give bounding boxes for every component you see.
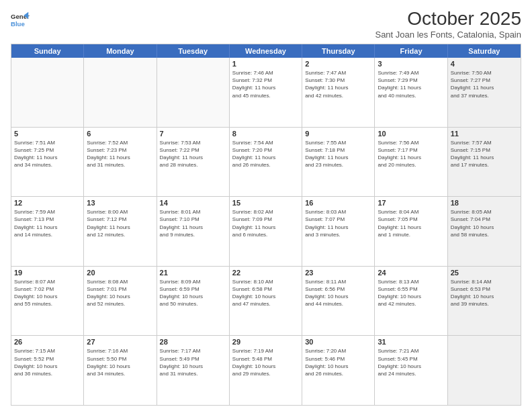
day-number: 31	[378, 338, 444, 346]
day-info: Sunrise: 8:13 AM Sunset: 6:55 PM Dayligh…	[378, 278, 444, 308]
day-info: Sunrise: 7:53 AM Sunset: 7:22 PM Dayligh…	[160, 139, 226, 169]
day-cell: 9Sunrise: 7:55 AM Sunset: 7:18 PM Daylig…	[302, 128, 375, 197]
day-number: 15	[232, 199, 299, 207]
day-info: Sunrise: 8:10 AM Sunset: 6:58 PM Dayligh…	[232, 278, 299, 308]
day-header-thursday: Thursday	[302, 44, 375, 58]
day-cell: 7Sunrise: 7:53 AM Sunset: 7:22 PM Daylig…	[157, 128, 230, 197]
day-info: Sunrise: 8:02 AM Sunset: 7:09 PM Dayligh…	[232, 208, 299, 238]
day-info: Sunrise: 8:04 AM Sunset: 7:05 PM Dayligh…	[378, 208, 444, 238]
day-header-friday: Friday	[375, 44, 447, 58]
day-number: 9	[305, 130, 371, 138]
logo: General Blue	[11, 11, 30, 30]
day-number: 1	[232, 60, 299, 68]
week-row-3: 12Sunrise: 7:59 AM Sunset: 7:13 PM Dayli…	[11, 197, 521, 267]
day-header-monday: Monday	[84, 44, 157, 58]
day-info: Sunrise: 7:54 AM Sunset: 7:20 PM Dayligh…	[232, 139, 299, 169]
day-number: 12	[14, 199, 81, 207]
day-number: 22	[232, 269, 299, 277]
day-info: Sunrise: 7:57 AM Sunset: 7:15 PM Dayligh…	[451, 139, 518, 169]
day-info: Sunrise: 7:59 AM Sunset: 7:13 PM Dayligh…	[14, 208, 81, 238]
logo-icon: General Blue	[11, 11, 30, 30]
day-cell: 4Sunrise: 7:50 AM Sunset: 7:27 PM Daylig…	[448, 58, 521, 127]
day-cell: 23Sunrise: 8:11 AM Sunset: 6:56 PM Dayli…	[302, 267, 375, 336]
title-block: October 2025 Sant Joan les Fonts, Catalo…	[375, 8, 521, 40]
day-cell: 20Sunrise: 8:08 AM Sunset: 7:01 PM Dayli…	[84, 267, 157, 336]
day-info: Sunrise: 7:49 AM Sunset: 7:29 PM Dayligh…	[378, 69, 444, 99]
day-cell: 31Sunrise: 7:21 AM Sunset: 5:45 PM Dayli…	[375, 336, 447, 405]
day-number: 28	[160, 338, 226, 346]
day-info: Sunrise: 7:55 AM Sunset: 7:18 PM Dayligh…	[305, 139, 371, 169]
day-number: 23	[305, 269, 371, 277]
day-number: 27	[87, 338, 153, 346]
day-cell: 30Sunrise: 7:20 AM Sunset: 5:46 PM Dayli…	[302, 336, 375, 405]
day-info: Sunrise: 8:07 AM Sunset: 7:02 PM Dayligh…	[14, 278, 81, 308]
week-row-5: 26Sunrise: 7:15 AM Sunset: 5:52 PM Dayli…	[11, 336, 521, 405]
day-info: Sunrise: 8:01 AM Sunset: 7:10 PM Dayligh…	[160, 208, 226, 238]
day-number: 7	[160, 130, 226, 138]
day-info: Sunrise: 8:03 AM Sunset: 7:07 PM Dayligh…	[305, 208, 371, 238]
day-number: 29	[232, 338, 299, 346]
day-info: Sunrise: 7:50 AM Sunset: 7:27 PM Dayligh…	[451, 69, 518, 99]
day-info: Sunrise: 8:00 AM Sunset: 7:12 PM Dayligh…	[87, 208, 153, 238]
day-number: 10	[378, 130, 444, 138]
day-cell: 14Sunrise: 8:01 AM Sunset: 7:10 PM Dayli…	[157, 197, 230, 266]
day-cell	[157, 58, 230, 127]
day-cell: 26Sunrise: 7:15 AM Sunset: 5:52 PM Dayli…	[11, 336, 84, 405]
week-row-4: 19Sunrise: 8:07 AM Sunset: 7:02 PM Dayli…	[11, 267, 521, 336]
day-number: 14	[160, 199, 226, 207]
day-info: Sunrise: 7:46 AM Sunset: 7:32 PM Dayligh…	[232, 69, 299, 99]
svg-text:Blue: Blue	[11, 20, 25, 28]
day-info: Sunrise: 8:05 AM Sunset: 7:04 PM Dayligh…	[451, 208, 518, 238]
day-number: 8	[232, 130, 299, 138]
day-info: Sunrise: 7:56 AM Sunset: 7:17 PM Dayligh…	[378, 139, 444, 169]
week-row-2: 5Sunrise: 7:51 AM Sunset: 7:25 PM Daylig…	[11, 128, 521, 197]
day-cell: 12Sunrise: 7:59 AM Sunset: 7:13 PM Dayli…	[11, 197, 84, 266]
day-cell: 3Sunrise: 7:49 AM Sunset: 7:29 PM Daylig…	[375, 58, 447, 127]
day-header-tuesday: Tuesday	[157, 44, 230, 58]
day-cell: 2Sunrise: 7:47 AM Sunset: 7:30 PM Daylig…	[302, 58, 375, 127]
day-header-sunday: Sunday	[11, 44, 84, 58]
day-number: 26	[14, 338, 81, 346]
day-header-wednesday: Wednesday	[230, 44, 302, 58]
day-cell: 10Sunrise: 7:56 AM Sunset: 7:17 PM Dayli…	[375, 128, 447, 197]
day-cell: 17Sunrise: 8:04 AM Sunset: 7:05 PM Dayli…	[375, 197, 447, 266]
day-cell	[448, 336, 521, 405]
day-number: 5	[14, 130, 81, 138]
day-cell	[84, 58, 157, 127]
day-info: Sunrise: 7:21 AM Sunset: 5:45 PM Dayligh…	[378, 347, 444, 377]
day-cell: 1Sunrise: 7:46 AM Sunset: 7:32 PM Daylig…	[230, 58, 302, 127]
day-info: Sunrise: 7:51 AM Sunset: 7:25 PM Dayligh…	[14, 139, 81, 169]
day-number: 19	[14, 269, 81, 277]
day-number: 25	[451, 269, 518, 277]
day-info: Sunrise: 8:14 AM Sunset: 6:53 PM Dayligh…	[451, 278, 518, 308]
day-info: Sunrise: 7:20 AM Sunset: 5:46 PM Dayligh…	[305, 347, 371, 377]
day-info: Sunrise: 7:19 AM Sunset: 5:48 PM Dayligh…	[232, 347, 299, 377]
day-info: Sunrise: 7:52 AM Sunset: 7:23 PM Dayligh…	[87, 139, 153, 169]
day-cell: 22Sunrise: 8:10 AM Sunset: 6:58 PM Dayli…	[230, 267, 302, 336]
header: General Blue October 2025 Sant Joan les …	[11, 8, 521, 40]
day-cell	[11, 58, 84, 127]
month-title: October 2025	[375, 8, 521, 30]
day-cell: 21Sunrise: 8:09 AM Sunset: 6:59 PM Dayli…	[157, 267, 230, 336]
day-cell: 15Sunrise: 8:02 AM Sunset: 7:09 PM Dayli…	[230, 197, 302, 266]
day-cell: 24Sunrise: 8:13 AM Sunset: 6:55 PM Dayli…	[375, 267, 447, 336]
day-cell: 8Sunrise: 7:54 AM Sunset: 7:20 PM Daylig…	[230, 128, 302, 197]
day-cell: 6Sunrise: 7:52 AM Sunset: 7:23 PM Daylig…	[84, 128, 157, 197]
day-cell: 11Sunrise: 7:57 AM Sunset: 7:15 PM Dayli…	[448, 128, 521, 197]
day-info: Sunrise: 7:16 AM Sunset: 5:50 PM Dayligh…	[87, 347, 153, 377]
week-row-1: 1Sunrise: 7:46 AM Sunset: 7:32 PM Daylig…	[11, 58, 521, 128]
day-number: 13	[87, 199, 153, 207]
day-number: 20	[87, 269, 153, 277]
day-info: Sunrise: 8:09 AM Sunset: 6:59 PM Dayligh…	[160, 278, 226, 308]
day-number: 4	[451, 60, 518, 68]
day-number: 16	[305, 199, 371, 207]
day-number: 6	[87, 130, 153, 138]
day-number: 3	[378, 60, 444, 68]
day-cell: 25Sunrise: 8:14 AM Sunset: 6:53 PM Dayli…	[448, 267, 521, 336]
day-header-saturday: Saturday	[448, 44, 521, 58]
day-number: 17	[378, 199, 444, 207]
day-info: Sunrise: 7:15 AM Sunset: 5:52 PM Dayligh…	[14, 347, 81, 377]
page: General Blue October 2025 Sant Joan les …	[0, 0, 532, 411]
day-info: Sunrise: 8:08 AM Sunset: 7:01 PM Dayligh…	[87, 278, 153, 308]
day-cell: 19Sunrise: 8:07 AM Sunset: 7:02 PM Dayli…	[11, 267, 84, 336]
